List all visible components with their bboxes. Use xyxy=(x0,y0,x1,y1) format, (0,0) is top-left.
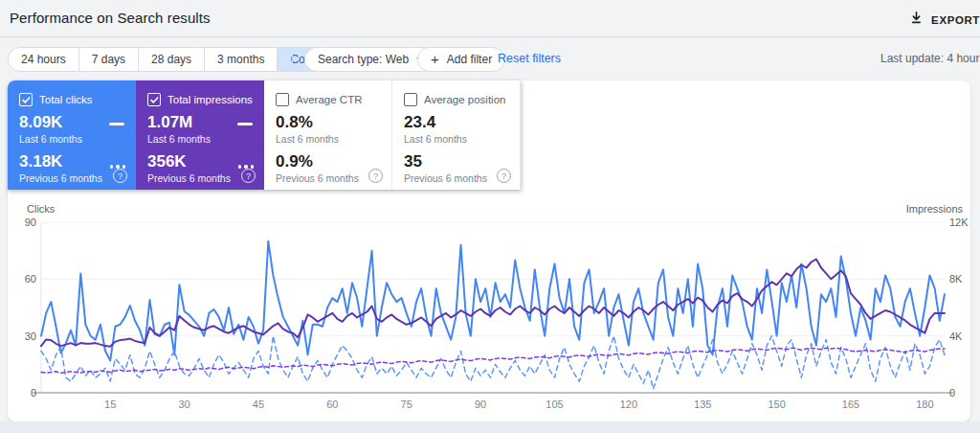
date-range-24-hours[interactable]: 24 hours xyxy=(9,48,78,71)
x-axis-tick: 15 xyxy=(104,399,116,410)
export-button[interactable]: EXPORT xyxy=(905,9,980,31)
checkbox-average-ctr[interactable] xyxy=(276,93,289,106)
solid-line-indicator xyxy=(109,123,124,125)
metric-period-current: Last 6 months xyxy=(276,134,380,146)
metric-value-previous: 35 xyxy=(404,153,508,170)
metric-period-previous: Previous 6 months xyxy=(147,173,253,185)
filter-bar: 24 hours 7 days 28 days 3 months Compare… xyxy=(0,36,980,80)
right-axis-tick: 4K xyxy=(949,330,963,342)
left-axis-tick: 0 xyxy=(31,387,36,399)
metric-value-previous: 356K xyxy=(147,153,253,170)
x-axis-tick: 135 xyxy=(694,399,711,410)
x-axis-tick: 150 xyxy=(768,399,785,410)
x-axis-tick: 45 xyxy=(253,399,264,410)
add-filter-label: Add filter xyxy=(447,53,492,66)
metric-label: Total impressions xyxy=(167,94,253,105)
page-background-strip xyxy=(0,422,980,433)
x-axis-tick: 60 xyxy=(326,399,338,410)
x-axis-tick: 30 xyxy=(178,399,189,410)
metric-tile-average-ctr[interactable]: Average CTR 0.8% Last 6 months 0.9% Prev… xyxy=(264,80,392,190)
solid-line-indicator xyxy=(237,123,253,125)
right-axis-tick: 12K xyxy=(949,216,969,228)
page-title: Performance on Search results xyxy=(10,10,211,26)
reset-filters-link[interactable]: Reset filters xyxy=(498,52,561,65)
left-axis-tick: 60 xyxy=(25,273,36,285)
checkbox-total-impressions[interactable] xyxy=(147,93,161,106)
x-axis-tick: 165 xyxy=(842,399,859,410)
top-header: Performance on Search results EXPORT xyxy=(0,0,980,37)
metric-label: Total clicks xyxy=(39,94,93,105)
last-update-text: Last update: 4 hours ago xyxy=(880,52,980,65)
date-range-7-days[interactable]: 7 days xyxy=(78,48,138,71)
date-range-3-months[interactable]: 3 months xyxy=(204,48,277,71)
help-icon[interactable]: ? xyxy=(497,169,511,183)
help-icon[interactable]: ? xyxy=(368,169,383,183)
metric-period-current: Last 6 months xyxy=(19,134,124,146)
checkbox-average-position[interactable] xyxy=(404,93,417,106)
clicks-previous-line xyxy=(41,336,945,389)
help-icon[interactable]: ? xyxy=(113,169,127,183)
dashed-line-indicator xyxy=(238,165,255,169)
clicks-current-line xyxy=(41,241,945,361)
export-label: EXPORT xyxy=(931,14,980,26)
metric-value-current: 0.8% xyxy=(276,114,380,130)
right-axis-title: Impressions xyxy=(906,203,963,215)
metric-tile-total-impressions[interactable]: Total impressions 1.07M Last 6 months 35… xyxy=(136,80,264,190)
performance-panel: Total clicks 8.09K Last 6 months 3.18K P… xyxy=(8,80,970,422)
filter-divider xyxy=(292,49,293,68)
right-axis-tick: 0 xyxy=(949,387,955,399)
metric-tile-average-position[interactable]: Average position 23.4 Last 6 months 35 P… xyxy=(392,80,521,190)
x-axis-tick: 120 xyxy=(620,399,637,410)
checkbox-total-clicks[interactable] xyxy=(19,93,33,106)
date-range-28-days[interactable]: 28 days xyxy=(138,48,204,71)
metric-label: Average position xyxy=(424,94,505,105)
left-axis-tick: 90 xyxy=(25,216,36,228)
metric-period-previous: Previous 6 months xyxy=(19,173,124,185)
search-type-label: Search type: Web xyxy=(318,53,409,66)
metric-period-previous: Previous 6 months xyxy=(404,173,508,185)
metric-period-current: Last 6 months xyxy=(147,134,253,146)
metric-tile-total-clicks[interactable]: Total clicks 8.09K Last 6 months 3.18K P… xyxy=(8,80,136,190)
help-icon[interactable]: ? xyxy=(241,169,256,183)
left-axis-title: Clicks xyxy=(27,203,55,215)
metric-period-previous: Previous 6 months xyxy=(276,173,380,185)
metric-label: Average CTR xyxy=(296,94,362,105)
left-axis-tick: 30 xyxy=(25,330,36,342)
metric-value-current: 23.4 xyxy=(404,114,508,130)
x-axis-tick: 75 xyxy=(401,399,412,410)
right-axis-tick: 8K xyxy=(949,273,963,285)
x-axis-tick: 180 xyxy=(916,399,933,410)
plus-icon: + xyxy=(431,52,439,66)
download-icon xyxy=(909,11,924,29)
metric-value-previous: 0.9% xyxy=(276,153,380,170)
metric-value-previous: 3.18K xyxy=(19,153,124,170)
add-filter-button[interactable]: + Add filter xyxy=(417,47,505,72)
x-axis-tick: 105 xyxy=(546,399,563,410)
dashed-line-indicator xyxy=(110,165,126,169)
performance-chart[interactable]: 906030012K8K4K01530456075901051201351501… xyxy=(8,215,970,418)
metric-tiles-row: Total clicks 8.09K Last 6 months 3.18K P… xyxy=(8,80,521,190)
metric-period-current: Last 6 months xyxy=(404,134,508,146)
x-axis-tick: 90 xyxy=(475,399,486,410)
